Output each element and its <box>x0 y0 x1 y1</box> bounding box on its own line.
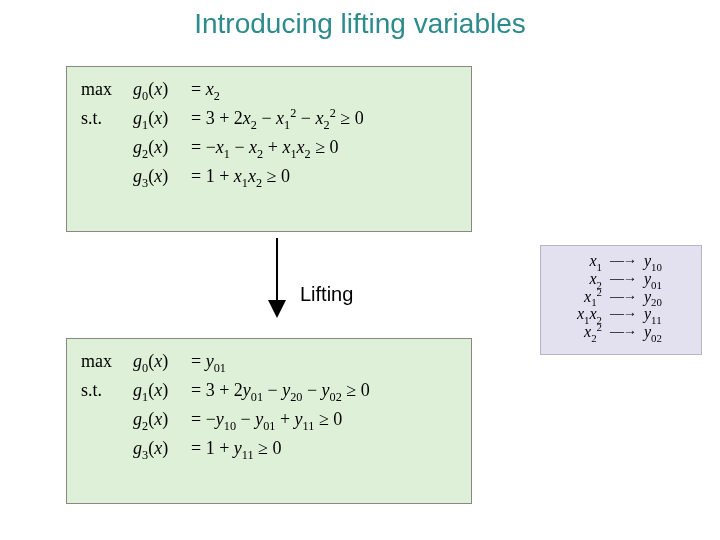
map-rhs: y11 <box>644 306 684 323</box>
right-arrow-icon: —→ <box>610 307 636 322</box>
equation-row: s.t.g1(x)= 3 + 2x2 − x12 − x22 ≥ 0 <box>81 108 457 129</box>
equation-body: = 3 + 2y01 − y20 − y02 ≥ 0 <box>191 380 370 401</box>
equation-fn: g2(x) <box>133 137 191 158</box>
right-arrow-icon: —→ <box>610 272 636 287</box>
map-lhs: x12 <box>558 289 602 306</box>
map-row: x2—→y01 <box>551 271 691 288</box>
equation-row: s.t.g1(x)= 3 + 2y01 − y20 − y02 ≥ 0 <box>81 380 457 401</box>
equation-body: = 3 + 2x2 − x12 − x22 ≥ 0 <box>191 108 364 129</box>
page-title: Introducing lifting variables <box>0 8 720 40</box>
map-row: x22—→y02 <box>551 324 691 341</box>
map-rhs: y01 <box>644 271 684 288</box>
equation-fn: g0(x) <box>133 79 191 100</box>
map-rhs: y10 <box>644 253 684 270</box>
variable-map-box: x1—→y10x2—→y01x12—→y20x1x2—→y11x22—→y02 <box>540 245 702 355</box>
right-arrow-icon: —→ <box>610 290 636 305</box>
map-rhs: y02 <box>644 324 684 341</box>
map-row: x1—→y10 <box>551 253 691 270</box>
equation-body: = −y10 − y01 + y11 ≥ 0 <box>191 409 342 430</box>
map-lhs: x1x2 <box>558 306 602 323</box>
top-problem-box: maxg0(x)= x2s.t.g1(x)= 3 + 2x2 − x12 − x… <box>66 66 472 232</box>
equation-row: maxg0(x)= x2 <box>81 79 457 100</box>
equation-fn: g0(x) <box>133 351 191 372</box>
equation-fn: g3(x) <box>133 438 191 459</box>
equation-body: = y01 <box>191 351 226 372</box>
right-arrow-icon: —→ <box>610 325 636 340</box>
equation-fn: g1(x) <box>133 380 191 401</box>
equation-lead: max <box>81 79 133 100</box>
map-row: x12—→y20 <box>551 289 691 306</box>
equation-row: maxg0(x)= y01 <box>81 351 457 372</box>
equation-lead: max <box>81 351 133 372</box>
equation-row: g2(x)= −y10 − y01 + y11 ≥ 0 <box>81 409 457 430</box>
map-lhs: x2 <box>558 271 602 288</box>
equation-body: = −x1 − x2 + x1x2 ≥ 0 <box>191 137 339 158</box>
equation-lead: s.t. <box>81 380 133 401</box>
map-lhs: x22 <box>558 324 602 341</box>
map-row: x1x2—→y11 <box>551 306 691 323</box>
equation-lead: s.t. <box>81 108 133 129</box>
equation-row: g3(x)= 1 + y11 ≥ 0 <box>81 438 457 459</box>
map-rhs: y20 <box>644 289 684 306</box>
equation-fn: g3(x) <box>133 166 191 187</box>
equation-body: = 1 + x1x2 ≥ 0 <box>191 166 290 187</box>
equation-fn: g1(x) <box>133 108 191 129</box>
lifting-label: Lifting <box>300 283 353 306</box>
equation-row: g2(x)= −x1 − x2 + x1x2 ≥ 0 <box>81 137 457 158</box>
equation-fn: g2(x) <box>133 409 191 430</box>
right-arrow-icon: —→ <box>610 254 636 269</box>
equation-body: = 1 + y11 ≥ 0 <box>191 438 281 459</box>
map-lhs: x1 <box>558 253 602 270</box>
bottom-problem-box: maxg0(x)= y01s.t.g1(x)= 3 + 2y01 − y20 −… <box>66 338 472 504</box>
equation-body: = x2 <box>191 79 220 100</box>
equation-row: g3(x)= 1 + x1x2 ≥ 0 <box>81 166 457 187</box>
